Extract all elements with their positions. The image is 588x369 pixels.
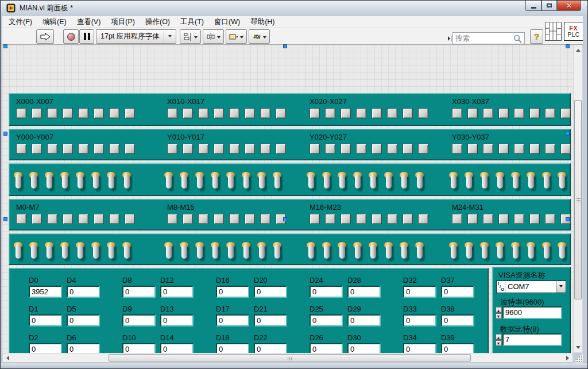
scroll-right-button[interactable] (563, 353, 572, 362)
toggle-switch[interactable] (60, 241, 69, 262)
toggle-switch[interactable] (226, 171, 235, 191)
toggle-switch[interactable] (322, 171, 331, 191)
menu-item-1[interactable]: 编辑(E) (37, 16, 72, 28)
toggle-switch[interactable] (242, 241, 251, 262)
d-register-field[interactable]: 0 (349, 287, 380, 297)
toggle-switch[interactable] (415, 241, 424, 262)
vi-icon[interactable]: FX PLC (564, 22, 583, 41)
selection-handle[interactable] (3, 44, 7, 48)
scroll-left-button[interactable] (3, 353, 12, 362)
toggle-switch[interactable] (242, 171, 251, 191)
menu-item-2[interactable]: 查看(V) (72, 16, 106, 28)
toggle-switch[interactable] (369, 241, 378, 262)
dropdown-button[interactable] (556, 281, 566, 293)
toggle-switch[interactable] (384, 241, 393, 262)
scroll-down-button[interactable] (574, 343, 582, 352)
horizontal-scrollbar-thumb[interactable] (109, 354, 471, 362)
toggle-switch[interactable] (91, 241, 100, 262)
toggle-switch[interactable] (542, 241, 551, 262)
toggle-switch[interactable] (369, 171, 378, 191)
toggle-switch[interactable] (29, 241, 38, 262)
selection-handle[interactable] (283, 217, 287, 221)
menu-item-7[interactable]: 帮助(H) (245, 16, 280, 28)
toggle-switch[interactable] (465, 171, 474, 191)
spinner-down-icon[interactable] (496, 340, 502, 346)
toggle-switch[interactable] (384, 171, 393, 191)
selection-handle[interactable] (283, 44, 287, 48)
menu-item-3[interactable]: 项目(P) (106, 16, 140, 28)
d-register-field[interactable]: 0 (68, 316, 99, 325)
toggle-switch[interactable] (449, 171, 458, 191)
toggle-switch[interactable] (449, 241, 458, 262)
reorder-objects-button[interactable] (249, 29, 270, 44)
d-register-field[interactable]: 0 (442, 316, 473, 325)
toggle-switch[interactable] (211, 241, 220, 262)
toggle-switch[interactable] (91, 171, 100, 191)
d-register-field[interactable]: 0 (30, 316, 61, 325)
toggle-switch[interactable] (511, 241, 520, 262)
toggle-switch[interactable] (164, 241, 173, 262)
toggle-switch[interactable] (542, 171, 551, 191)
toggle-switch[interactable] (558, 171, 567, 191)
toggle-switch[interactable] (257, 241, 266, 262)
toggle-switch[interactable] (338, 241, 347, 262)
spinner-up-icon[interactable] (496, 334, 502, 340)
spinner-up-icon[interactable] (496, 307, 502, 313)
toggle-switch[interactable] (195, 241, 204, 262)
vertical-scrollbar-thumb[interactable] (574, 100, 582, 299)
d-register-field[interactable]: 0 (217, 316, 248, 325)
connector-pane-icon[interactable] (545, 22, 562, 41)
toggle-switch[interactable] (273, 171, 282, 191)
toggle-switch[interactable] (527, 241, 536, 262)
selection-handle[interactable] (566, 132, 570, 136)
toggle-switch[interactable] (211, 171, 220, 191)
toggle-switch[interactable] (400, 241, 409, 262)
toggle-switch[interactable] (122, 171, 131, 191)
toggle-switch[interactable] (558, 241, 567, 262)
d-register-field[interactable]: 0 (311, 287, 342, 297)
d-register-field[interactable]: 0 (255, 287, 286, 297)
distribute-objects-button[interactable] (203, 29, 224, 44)
toggle-switch[interactable] (511, 171, 520, 191)
d-register-field[interactable]: 0 (442, 287, 473, 297)
toggle-switch[interactable] (60, 171, 69, 191)
scroll-up-button[interactable] (574, 45, 582, 55)
minimize-button[interactable] (525, 1, 541, 11)
pause-button[interactable] (79, 29, 94, 44)
d-register-field[interactable]: 0 (68, 287, 99, 297)
help-button[interactable]: ? (530, 29, 543, 44)
toggle-switch[interactable] (195, 171, 204, 191)
toggle-switch[interactable] (14, 241, 23, 262)
spinner-down-icon[interactable] (496, 313, 502, 319)
horizontal-scrollbar[interactable] (2, 353, 573, 363)
toggle-switch[interactable] (465, 241, 474, 262)
menu-item-6[interactable]: 窗口(W) (209, 16, 245, 28)
resize-objects-button[interactable] (226, 29, 247, 44)
toggle-switch[interactable] (496, 171, 505, 191)
toggle-switch[interactable] (76, 241, 85, 262)
toggle-switch[interactable] (527, 171, 536, 191)
maximize-button[interactable] (541, 1, 557, 11)
toggle-switch[interactable] (76, 171, 85, 191)
toggle-switch[interactable] (180, 171, 189, 191)
toggle-switch[interactable] (353, 241, 362, 262)
selection-handle[interactable] (3, 132, 7, 136)
toggle-switch[interactable] (353, 171, 362, 191)
run-button[interactable] (36, 29, 54, 44)
resize-grip[interactable] (573, 353, 583, 363)
toggle-switch[interactable] (415, 171, 424, 191)
close-button[interactable]: ✕ (557, 1, 581, 11)
d-register-field[interactable]: 0 (404, 287, 435, 297)
d-register-field[interactable]: 0 (217, 287, 248, 297)
visa-resource-dropdown[interactable]: I/O COM7 (496, 280, 566, 293)
vertical-scrollbar[interactable] (573, 45, 583, 353)
d-register-field[interactable]: 0 (161, 287, 192, 297)
d-register-field[interactable]: 0 (123, 316, 154, 325)
toggle-switch[interactable] (122, 241, 131, 262)
toggle-switch[interactable] (273, 241, 282, 262)
toggle-switch[interactable] (45, 171, 54, 191)
search-input[interactable] (454, 33, 512, 43)
selection-handle[interactable] (566, 44, 570, 48)
toggle-switch[interactable] (307, 171, 316, 191)
menu-item-0[interactable]: 文件(F) (3, 16, 37, 28)
